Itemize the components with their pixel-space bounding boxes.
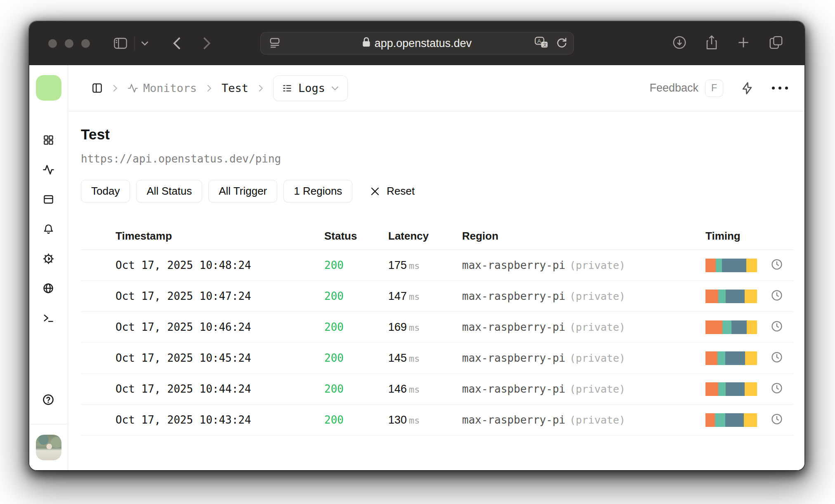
col-latency[interactable]: Latency (388, 230, 462, 243)
browser-titlebar: app.openstatus.dev A 文 (29, 21, 804, 65)
filter-bar: Today All Status All Trigger 1 Regions R… (81, 180, 794, 203)
list-icon (282, 83, 292, 94)
terminal-icon[interactable] (29, 303, 67, 333)
traffic-lights[interactable] (48, 39, 90, 48)
status-page-icon[interactable] (29, 184, 67, 214)
table-row[interactable]: Oct 17, 2025 10:48:24 200 175ms max-rasp… (81, 250, 794, 281)
row-region: max-raspberry-pi(private) (462, 321, 705, 333)
chevron-right-icon (206, 84, 212, 92)
row-region: max-raspberry-pi(private) (462, 414, 705, 426)
timing-bar (705, 413, 757, 427)
row-status-code: 200 (324, 352, 388, 364)
main-content: Test https://api.openstatus.dev/ping Tod… (68, 126, 804, 436)
row-region: max-raspberry-pi(private) (462, 352, 705, 364)
help-icon[interactable] (29, 393, 67, 406)
feedback-button[interactable]: Feedback (649, 82, 698, 94)
timing-bar (705, 290, 757, 303)
row-status-code: 200 (324, 383, 388, 395)
gear-icon[interactable] (29, 244, 67, 273)
zoom-window-icon[interactable] (81, 39, 90, 48)
row-latency: 130ms (388, 414, 462, 426)
browser-window: app.openstatus.dev A 文 (29, 21, 804, 470)
zap-icon[interactable] (741, 82, 754, 95)
timing-bar (705, 320, 757, 334)
row-latency: 146ms (388, 383, 462, 396)
timing-bar (705, 382, 757, 396)
row-status-code: 200 (324, 290, 388, 302)
row-latency: 147ms (388, 290, 462, 303)
share-icon[interactable] (705, 35, 718, 52)
app-sidebar (29, 65, 68, 470)
minimize-window-icon[interactable] (65, 39, 73, 48)
app-header: Monitors Test Logs (68, 65, 804, 111)
url-text[interactable]: app.openstatus.dev (375, 37, 472, 50)
lock-icon (362, 37, 370, 50)
col-timing[interactable]: Timing (705, 230, 767, 243)
grid-icon[interactable] (29, 125, 67, 155)
row-timestamp: Oct 17, 2025 10:48:24 (116, 259, 324, 271)
filter-status-button[interactable]: All Status (136, 180, 202, 203)
row-status-code: 200 (324, 321, 388, 333)
download-icon[interactable] (672, 35, 686, 51)
table-row[interactable]: Oct 17, 2025 10:47:24 200 147ms max-rasp… (81, 281, 794, 312)
col-region[interactable]: Region (462, 230, 705, 243)
row-latency: 145ms (388, 352, 462, 365)
back-icon[interactable] (173, 36, 181, 50)
close-window-icon[interactable] (48, 39, 57, 48)
logs-view-dropdown[interactable]: Logs (273, 75, 348, 101)
globe-icon[interactable] (29, 273, 67, 303)
chevron-right-icon (112, 84, 118, 92)
sidebar-toggle-icon[interactable] (114, 38, 127, 49)
activity-icon[interactable] (29, 155, 67, 184)
clock-icon[interactable] (771, 413, 783, 427)
clock-icon[interactable] (771, 289, 783, 303)
row-timestamp: Oct 17, 2025 10:44:24 (116, 383, 324, 395)
row-timestamp: Oct 17, 2025 10:46:24 (116, 321, 324, 333)
translate-icon[interactable]: A 文 (535, 36, 549, 50)
toolbar-divider (134, 36, 135, 50)
row-timestamp: Oct 17, 2025 10:45:24 (116, 352, 324, 364)
reload-icon[interactable] (556, 36, 567, 50)
more-menu-icon[interactable] (772, 87, 788, 89)
row-latency: 175ms (388, 259, 462, 272)
table-row[interactable]: Oct 17, 2025 10:43:24 200 130ms max-rasp… (81, 405, 794, 436)
reset-filters-button[interactable]: Reset (370, 185, 415, 198)
row-region: max-raspberry-pi(private) (462, 290, 705, 302)
panel-toggle-icon[interactable] (92, 82, 103, 94)
feedback-shortcut-key: F (705, 80, 723, 97)
clock-icon[interactable] (771, 320, 783, 334)
clock-icon[interactable] (771, 382, 783, 396)
table-row[interactable]: Oct 17, 2025 10:44:24 200 146ms max-rasp… (81, 374, 794, 405)
filter-trigger-button[interactable]: All Trigger (208, 180, 277, 203)
workspace-logo[interactable] (36, 75, 61, 101)
forward-icon[interactable] (203, 36, 211, 50)
bell-icon[interactable] (29, 214, 67, 244)
chevron-down-icon (331, 85, 339, 91)
table-row[interactable]: Oct 17, 2025 10:45:24 200 145ms max-rasp… (81, 343, 794, 374)
user-avatar[interactable] (36, 435, 61, 460)
filter-regions-button[interactable]: 1 Regions (283, 180, 352, 203)
filter-period-button[interactable]: Today (81, 180, 130, 203)
table-body: Oct 17, 2025 10:48:24 200 175ms max-rasp… (81, 250, 794, 436)
clock-icon[interactable] (771, 351, 783, 365)
chevron-down-icon[interactable] (141, 40, 149, 46)
clock-icon[interactable] (771, 258, 783, 272)
close-icon (370, 186, 380, 196)
col-status[interactable]: Status (324, 230, 388, 243)
breadcrumb-monitors[interactable]: Monitors (127, 82, 197, 94)
new-tab-icon[interactable] (737, 36, 750, 51)
activity-icon (127, 83, 138, 94)
page-title: Test (81, 126, 794, 143)
monitor-endpoint-url: https://api.openstatus.dev/ping (81, 153, 794, 165)
col-timestamp[interactable]: Timestamp (116, 230, 324, 243)
chevron-right-icon (257, 84, 264, 92)
table-row[interactable]: Oct 17, 2025 10:46:24 200 169ms max-rasp… (81, 312, 794, 343)
row-latency: 169ms (388, 321, 462, 334)
svg-text:文: 文 (543, 42, 547, 47)
tab-overview-icon[interactable] (769, 35, 783, 51)
breadcrumb-monitor-name[interactable]: Test (222, 82, 248, 94)
address-bar[interactable]: app.openstatus.dev A 文 (260, 32, 574, 55)
svg-text:A: A (537, 38, 541, 44)
row-region: max-raspberry-pi(private) (462, 383, 705, 395)
row-status-code: 200 (324, 259, 388, 271)
